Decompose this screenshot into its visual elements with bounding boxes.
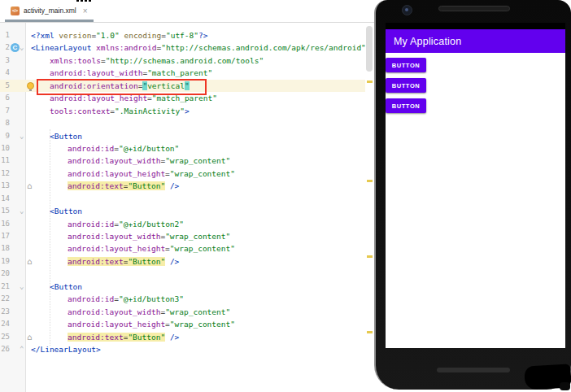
line-number: 12: [0, 168, 10, 180]
preview-button[interactable]: BUTTON: [386, 58, 426, 72]
line-number: 9: [0, 130, 10, 142]
gutter-icon-area: [10, 218, 25, 230]
line-number: 16: [0, 218, 10, 230]
gutter-icon-area: [10, 80, 25, 92]
warning-stripe-mark[interactable]: [367, 81, 373, 83]
gutter-icon-area: ⌄: [10, 281, 25, 293]
line-number: 26: [0, 343, 10, 355]
code-line[interactable]: 5android:orientation="vertical": [0, 80, 365, 92]
gutter-icon-area: [10, 117, 25, 129]
warning-stripe-mark[interactable]: [367, 331, 373, 333]
code-line[interactable]: 12android:layout_height="wrap_content": [0, 168, 365, 180]
gutter-icon-area: [10, 142, 25, 155]
code-line[interactable]: 1<?xml version="1.0" encoding="utf-8"?>: [0, 29, 365, 41]
close-icon[interactable]: ×: [83, 7, 88, 15]
gutter-icon-area: [10, 268, 25, 280]
line-number: 24: [0, 318, 10, 330]
status-bar: [386, 23, 565, 29]
code-line[interactable]: 10android:id="@+id/button": [0, 142, 365, 155]
line-number: 10: [0, 142, 10, 155]
gutter-icon-area: [10, 230, 25, 242]
line-number: 15: [0, 205, 10, 217]
fold-down-icon[interactable]: ⌄: [20, 41, 24, 54]
tab-activity-main-xml[interactable]: </> activity_main.xml ×: [5, 2, 94, 22]
gutter-icon-area: [10, 155, 25, 167]
resource-icon: ⌂: [27, 331, 32, 343]
line-number: 19: [0, 255, 10, 268]
phone-screen[interactable]: My Application BUTTONBUTTONBUTTON: [386, 23, 565, 348]
code-line[interactable]: 9⌄<Button: [0, 130, 365, 142]
code-line[interactable]: 21⌄<Button: [0, 281, 365, 293]
code-line[interactable]: 16android:id="@+id/button2": [0, 218, 365, 230]
code-line[interactable]: 19android:text="Button" />⌂: [0, 255, 365, 268]
line-number: 7: [0, 105, 10, 117]
line-number: 5: [0, 80, 10, 92]
line-number: 6: [0, 92, 10, 104]
code-line[interactable]: 20: [0, 268, 365, 280]
code-line[interactable]: 4android:layout_width="match_parent": [0, 67, 365, 79]
gutter-icon-area: ⌄: [10, 130, 25, 142]
line-number: 18: [0, 242, 10, 255]
warning-stripe-mark[interactable]: [367, 255, 373, 258]
lightbulb-icon[interactable]: [27, 82, 34, 89]
code-line[interactable]: 13android:text="Button" />⌂: [0, 180, 365, 192]
code-line[interactable]: 15⌄<Button: [0, 205, 365, 217]
warning-stripe-mark[interactable]: [367, 180, 373, 182]
line-number: 1: [0, 29, 10, 41]
scrollbar-thumb[interactable]: [366, 26, 373, 72]
code-line[interactable]: 6android:layout_height="match_parent": [0, 92, 365, 104]
gutter-icon-area: [10, 105, 25, 117]
app-bar-title: My Application: [394, 36, 461, 47]
gutter-icon-area: [10, 168, 25, 180]
gutter-icon-area: [10, 242, 25, 255]
earpiece-speaker: [438, 6, 510, 11]
preview-button[interactable]: BUTTON: [386, 78, 426, 93]
class-c-icon: C: [11, 43, 20, 52]
line-number: 17: [0, 230, 10, 242]
code-lines: 1<?xml version="1.0" encoding="utf-8"?>2…: [0, 29, 365, 355]
preview-button[interactable]: BUTTON: [386, 98, 426, 113]
line-number: 21: [0, 281, 10, 293]
gutter-icon-area: ⌃: [10, 343, 25, 355]
ink-smudge: [560, 382, 570, 390]
code-line[interactable]: 8: [0, 117, 365, 129]
gutter-icon-area: [10, 193, 25, 205]
gutter-icon-area: [10, 54, 25, 67]
code-line[interactable]: 18android:layout_height="wrap_content": [0, 242, 365, 255]
code-line[interactable]: 25android:text="Button" />⌂: [0, 331, 365, 343]
line-number: 23: [0, 306, 10, 318]
gutter-icon-area: [10, 255, 25, 268]
bottom-speaker: [437, 368, 510, 372]
code-line[interactable]: 3xmlns:tools="http://schemas.android.com…: [0, 54, 365, 67]
gutter-icon-area: [10, 67, 25, 79]
line-number: 25: [0, 331, 10, 343]
fold-down-icon[interactable]: ⌄: [20, 205, 24, 217]
line-number: 3: [0, 54, 10, 67]
code-line[interactable]: 22android:id="@+id/button3": [0, 293, 365, 305]
gutter-icon-area: [10, 180, 25, 192]
gutter-icon-area: [10, 29, 25, 41]
fold-up-icon[interactable]: ⌃: [20, 343, 24, 355]
gutter-icon-area: ⌄: [10, 205, 25, 217]
code-line[interactable]: 23android:layout_width="wrap_content": [0, 306, 365, 318]
line-number: 2: [0, 41, 10, 54]
gutter-icon-area: [10, 306, 25, 318]
resource-icon: ⌂: [27, 180, 32, 192]
code-line[interactable]: 26⌃</LinearLayout>: [0, 343, 365, 355]
code-line[interactable]: 2C⌄<LinearLayout xmlns:android="http://s…: [0, 41, 365, 54]
line-number: 13: [0, 180, 10, 192]
line-number: 14: [0, 193, 10, 205]
phone-content: BUTTONBUTTONBUTTON: [386, 53, 565, 348]
line-number: 4: [0, 67, 10, 79]
code-line[interactable]: 7tools:context=".MainActivity">: [0, 105, 365, 117]
fold-down-icon[interactable]: ⌄: [20, 130, 24, 142]
fold-down-icon[interactable]: ⌄: [20, 281, 24, 293]
code-line[interactable]: 14: [0, 193, 365, 205]
code-line[interactable]: 24android:layout_height="wrap_content": [0, 318, 365, 330]
device-frame: My Application BUTTONBUTTONBUTTON: [374, 0, 571, 390]
code-editor[interactable]: 1<?xml version="1.0" encoding="utf-8"?>2…: [0, 23, 374, 392]
code-line[interactable]: 17android:layout_width="wrap_content": [0, 230, 365, 242]
code-line[interactable]: 11android:layout_width="wrap_content": [0, 155, 365, 167]
screen-artifact: [76, 0, 91, 2]
front-camera-icon: [402, 5, 412, 15]
